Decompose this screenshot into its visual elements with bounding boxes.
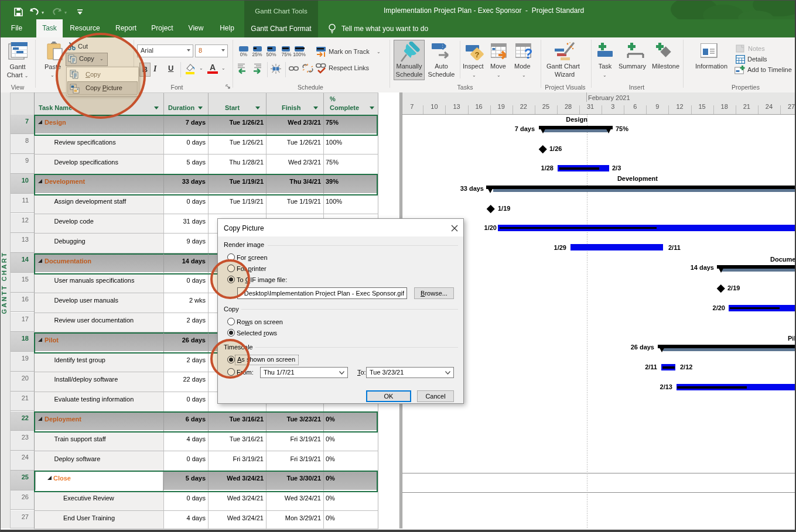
svg-text:?: ? bbox=[475, 50, 480, 59]
svg-text:?: ? bbox=[524, 46, 533, 61]
